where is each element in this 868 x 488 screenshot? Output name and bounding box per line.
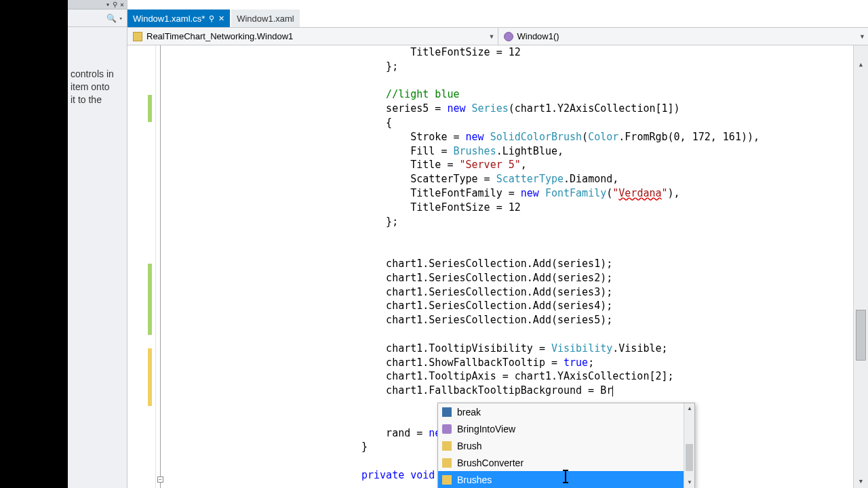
code-line: TitleFontSize = 12 bbox=[165, 201, 853, 215]
toolbox-search[interactable]: 🔍 ▾ bbox=[68, 9, 127, 27]
intellisense-item[interactable]: Brushes bbox=[438, 471, 694, 488]
method-icon bbox=[442, 424, 452, 434]
code-line bbox=[165, 327, 853, 342]
close-icon[interactable]: ✕ bbox=[120, 1, 124, 8]
chevron-down-icon[interactable]: ▾ bbox=[106, 1, 110, 8]
code-line bbox=[165, 228, 853, 243]
intellisense-item[interactable]: BrushConverter bbox=[438, 454, 694, 471]
code-line: Stroke = new SolidColorBrush(Color.FromR… bbox=[165, 130, 853, 144]
class-icon bbox=[442, 441, 452, 451]
code-line: chart1.FallbackTooltipBackground = Br bbox=[165, 384, 853, 398]
change-indicator bbox=[148, 95, 152, 122]
change-indicator bbox=[148, 264, 152, 335]
intellisense-label: BringIntoView bbox=[457, 424, 515, 434]
code-line: //light blue bbox=[165, 87, 853, 102]
chevron-down-icon: ▼ bbox=[859, 33, 865, 40]
code-line: chart1.SeriesCollection.Add(series2); bbox=[165, 271, 853, 285]
intellisense-item[interactable]: Brush bbox=[438, 437, 694, 454]
method-name: Window1() bbox=[517, 31, 559, 41]
class-icon bbox=[442, 458, 452, 468]
code-line: chart1.ShowFallbackTooltip = true; bbox=[165, 356, 853, 370]
code-line: { bbox=[165, 116, 853, 130]
editor-gutter bbox=[127, 45, 156, 488]
tab-label: Window1.xaml.cs* bbox=[133, 14, 205, 24]
class-name: RealTimeChart_Networking.Window1 bbox=[146, 31, 293, 41]
chevron-down-icon: ▼ bbox=[489, 33, 495, 40]
code-line: chart1.SeriesCollection.Add(series3); bbox=[165, 285, 853, 300]
scroll-down-icon[interactable]: ▼ bbox=[684, 477, 695, 488]
class-icon bbox=[133, 32, 142, 41]
intellisense-popup[interactable]: breakBringIntoViewBrushBrushConverterBru… bbox=[437, 403, 695, 488]
scrollbar-thumb[interactable] bbox=[856, 310, 866, 361]
toolbox-panel: ▾ ⚲ ✕ 🔍 ▾ controls in item onto it to th… bbox=[68, 0, 127, 488]
outline-guide bbox=[160, 45, 161, 488]
scroll-up-icon[interactable]: ▲ bbox=[854, 58, 868, 71]
outline-column: − bbox=[156, 45, 165, 488]
search-icon: 🔍 bbox=[106, 14, 117, 23]
intellisense-item[interactable]: BringIntoView bbox=[438, 420, 694, 437]
code-line: }; bbox=[165, 215, 853, 229]
text-cursor-icon bbox=[565, 470, 566, 483]
toolbox-header: ▾ ⚲ ✕ bbox=[68, 0, 127, 9]
code-line: chart1.SeriesCollection.Add(series5); bbox=[165, 313, 853, 327]
code-line: }; bbox=[165, 60, 853, 74]
code-line: chart1.TooltipVisibility = Visibility.Vi… bbox=[165, 342, 853, 356]
class-icon bbox=[442, 475, 452, 485]
toolbox-hint-text: controls in item onto it to the bbox=[68, 27, 127, 109]
code-line: Fill = Brushes.LightBlue, bbox=[165, 144, 853, 159]
class-selector[interactable]: RealTimeChart_Networking.Window1 ▼ bbox=[127, 28, 498, 45]
member-selector[interactable]: Window1() ▼ bbox=[498, 28, 869, 45]
code-line bbox=[165, 74, 853, 88]
code-line: Title = "Server 5", bbox=[165, 158, 853, 172]
code-line bbox=[165, 243, 853, 257]
intellisense-label: Brushes bbox=[457, 474, 492, 485]
tab-window1-xaml[interactable]: Window1.xaml bbox=[231, 9, 300, 27]
intellisense-label: Brush bbox=[457, 441, 482, 451]
intellisense-scrollbar[interactable]: ▲ ▼ bbox=[684, 403, 694, 488]
code-line: TitleFontFamily = new FontFamily("Verdan… bbox=[165, 186, 853, 201]
close-icon[interactable]: ✕ bbox=[218, 14, 224, 23]
scroll-down-icon[interactable]: ▼ bbox=[854, 474, 868, 488]
tab-bar: Window1.xaml.cs* ⚲ ✕ Window1.xaml bbox=[127, 9, 300, 27]
code-line: series5 = new Series(chart1.Y2AxisCollec… bbox=[165, 102, 853, 116]
code-line: ScatterType = ScatterType.Diamond, bbox=[165, 172, 853, 186]
code-line: TitleFontSize = 12 bbox=[165, 45, 853, 60]
intellisense-label: break bbox=[457, 407, 481, 418]
code-line: chart1.SeriesCollection.Add(series4); bbox=[165, 299, 853, 313]
pin-icon[interactable]: ⚲ bbox=[209, 14, 214, 23]
navigation-bar: RealTimeChart_Networking.Window1 ▼ Windo… bbox=[127, 27, 868, 45]
code-line: chart1.TooltipAxis = chart1.YAxisCollect… bbox=[165, 369, 853, 384]
scroll-up-icon[interactable]: ▲ bbox=[684, 403, 695, 414]
tab-label: Window1.xaml bbox=[237, 14, 294, 24]
intellisense-label: BrushConverter bbox=[457, 458, 524, 468]
outline-toggle[interactable]: − bbox=[157, 476, 163, 483]
scrollbar-thumb[interactable] bbox=[686, 444, 693, 471]
intellisense-item[interactable]: break bbox=[438, 403, 694, 420]
code-line: chart1.SeriesCollection.Add(series1); bbox=[165, 257, 853, 271]
method-icon bbox=[504, 32, 513, 41]
kw-icon bbox=[442, 407, 452, 417]
tab-window1-cs[interactable]: Window1.xaml.cs* ⚲ ✕ bbox=[127, 9, 230, 27]
vertical-scrollbar[interactable]: ▲ ▼ bbox=[853, 45, 868, 488]
chevron-down-icon: ▾ bbox=[119, 15, 123, 22]
change-indicator bbox=[148, 348, 152, 406]
pin-icon[interactable]: ⚲ bbox=[113, 1, 117, 8]
